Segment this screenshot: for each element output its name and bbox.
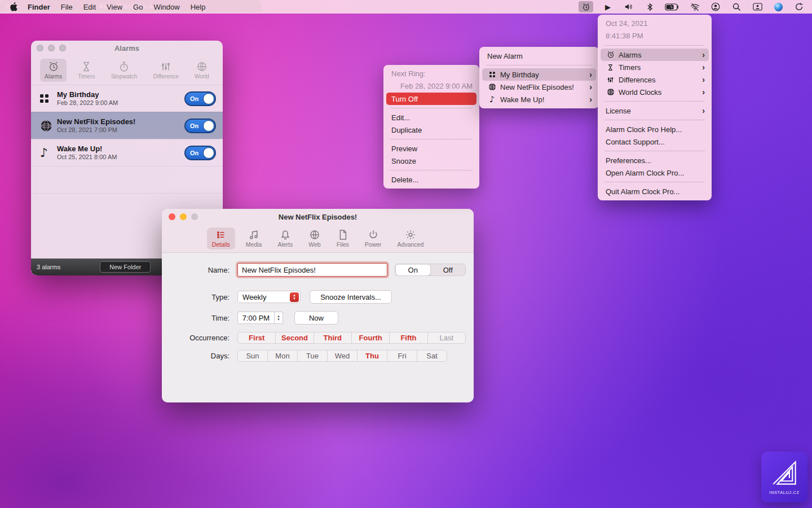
editor-form: Name: On Off Type: Weekly ▲▼ Snooze Inte… — [162, 253, 474, 362]
alarm-name-input[interactable] — [237, 263, 387, 277]
alarm-list-item[interactable]: ♪ Wake Me Up! Oct 25, 2021 8:00 AM On — [31, 139, 223, 166]
zoom-button[interactable] — [59, 45, 66, 51]
time-field[interactable]: 7:00 PM — [237, 312, 275, 324]
segment-tue[interactable]: Tue — [298, 351, 328, 361]
snooze-intervals-button[interactable]: Snooze Intervals... — [310, 290, 392, 304]
segment-thu[interactable]: Thu — [358, 351, 387, 361]
tab-power[interactable]: Power — [360, 227, 387, 249]
chevron-right-icon: › — [589, 83, 592, 91]
menu-go[interactable]: Go — [133, 3, 143, 11]
menu-item-edit[interactable]: Edit... — [383, 111, 479, 124]
chevron-right-icon: › — [702, 107, 705, 115]
alarm-context-menu: Next Ring: Feb 28, 2022 9:00 AM Turn Off… — [383, 65, 479, 189]
tab-media[interactable]: Media — [241, 227, 267, 249]
minimize-button[interactable] — [48, 45, 55, 51]
segment-fifth[interactable]: Fifth — [390, 332, 427, 343]
menu-file[interactable]: File — [61, 3, 73, 11]
now-button[interactable]: Now — [294, 311, 338, 325]
tab-label: Timers — [78, 73, 95, 80]
menu-help[interactable]: Help — [191, 3, 206, 11]
bluetooth-icon[interactable] — [643, 1, 656, 12]
tab-alarms[interactable]: Alarms — [40, 59, 67, 82]
search-icon[interactable] — [730, 1, 743, 12]
menu-view[interactable]: View — [107, 3, 122, 11]
play-icon[interactable]: ▶ — [602, 1, 614, 12]
volume-icon[interactable] — [623, 1, 635, 12]
empty-list-row — [31, 166, 223, 193]
editor-titlebar[interactable]: New NetFlix Episodes! — [162, 209, 474, 225]
menu-item-new-netflix-episodes[interactable]: New NetFlix Episodes! › — [479, 81, 599, 93]
segment-fourth[interactable]: Fourth — [352, 332, 390, 343]
menu-item-my-birthday[interactable]: My Birthday › — [482, 68, 596, 81]
alarm-list-item[interactable]: My Birthday Feb 28, 2022 9:00 AM On — [31, 85, 223, 112]
battery-charging-icon[interactable] — [664, 1, 680, 12]
segment-second[interactable]: Second — [276, 332, 314, 343]
segment-sun[interactable]: Sun — [238, 351, 268, 361]
menu-item-license[interactable]: License › — [598, 104, 712, 117]
segment-first[interactable]: First — [238, 332, 276, 343]
alarm-toggle[interactable]: On — [184, 146, 216, 160]
close-button[interactable] — [37, 45, 43, 51]
name-label: Name: — [162, 266, 230, 274]
apple-menu[interactable] — [10, 2, 17, 11]
segment-mon[interactable]: Mon — [268, 351, 298, 361]
type-popup-button[interactable]: Weekly ▲▼ — [237, 291, 301, 303]
tab-stopwatch[interactable]: Stopwatch — [107, 59, 142, 82]
minimize-button[interactable] — [180, 213, 187, 220]
alarms-window-titlebar[interactable]: Alarms — [31, 41, 223, 55]
segment-on[interactable]: On — [396, 265, 431, 275]
segment-sat[interactable]: Sat — [417, 351, 447, 361]
wifi-off-icon[interactable] — [689, 1, 701, 12]
tab-difference[interactable]: Difference — [148, 59, 183, 82]
fast-user-switch-icon[interactable] — [751, 1, 764, 12]
chevron-right-icon: › — [702, 76, 705, 84]
alarm-toggle[interactable]: On — [184, 119, 216, 133]
menu-item-turn-off[interactable]: Turn Off — [386, 93, 476, 105]
menu-edit[interactable]: Edit — [83, 3, 96, 11]
menu-item-contact-support[interactable]: Contact Support... — [598, 135, 712, 148]
menu-item-delete[interactable]: Delete... — [383, 173, 479, 186]
menu-item-snooze[interactable]: Snooze — [383, 155, 479, 167]
apple-icon — [10, 2, 17, 11]
menu-item-differences[interactable]: Differences › — [598, 73, 712, 86]
alarm-list-item[interactable]: New NetFlix Episodes! Oct 28, 2021 7:00 … — [31, 112, 223, 139]
menu-item-quit[interactable]: Quit Alarm Clock Pro... — [598, 185, 712, 198]
tab-world[interactable]: World — [190, 59, 214, 82]
tab-alerts[interactable]: Alerts — [272, 227, 298, 249]
menu-item-label: Wake Me Up! — [500, 95, 544, 104]
menu-item-preferences[interactable]: Preferences... — [598, 154, 712, 167]
tab-timers[interactable]: Timers — [73, 59, 99, 82]
user-account-icon[interactable] — [709, 1, 722, 12]
menu-item-help[interactable]: Alarm Clock Pro Help... — [598, 123, 712, 135]
alarm-clock-menu-icon[interactable] — [579, 1, 593, 12]
restart-history-icon[interactable] — [793, 1, 805, 12]
on-off-segmented[interactable]: On Off — [395, 264, 466, 276]
menu-item-label: My Birthday — [500, 70, 539, 80]
tab-details[interactable]: Details — [207, 227, 235, 249]
app-menu-title[interactable]: Finder — [28, 3, 50, 11]
new-folder-button[interactable]: New Folder — [100, 261, 151, 273]
menu-item-preview[interactable]: Preview — [383, 142, 479, 155]
menu-item-timers[interactable]: Timers › — [598, 61, 712, 73]
menu-item-new-alarm[interactable]: New Alarm — [479, 50, 599, 62]
segment-fri[interactable]: Fri — [387, 351, 417, 361]
menu-window[interactable]: Window — [153, 3, 179, 11]
segment-off[interactable]: Off — [431, 264, 466, 275]
menu-item-open-app[interactable]: Open Alarm Clock Pro... — [598, 167, 712, 179]
alarms-toolbar: Alarms Timers Stopwatch Difference World — [31, 55, 223, 85]
tab-files[interactable]: Files — [332, 227, 354, 249]
tab-advanced[interactable]: Advanced — [392, 227, 429, 249]
time-stepper[interactable]: ▲▼ — [275, 312, 283, 324]
menu-item-alarms[interactable]: Alarms › — [601, 49, 709, 61]
segment-last[interactable]: Last — [428, 332, 465, 343]
segment-wed[interactable]: Wed — [328, 351, 358, 361]
tab-web[interactable]: Web — [303, 227, 325, 249]
segment-third[interactable]: Third — [314, 332, 352, 343]
zoom-button[interactable] — [191, 213, 198, 220]
close-button[interactable] — [169, 213, 175, 220]
menu-item-world-clocks[interactable]: World Clocks › — [598, 86, 712, 98]
menu-item-duplicate[interactable]: Duplicate — [383, 124, 479, 136]
alarm-toggle[interactable]: On — [184, 91, 216, 106]
sphere-app-icon[interactable] — [772, 1, 784, 12]
menu-item-wake-me-up[interactable]: ♪ Wake Me Up! › — [479, 93, 599, 106]
